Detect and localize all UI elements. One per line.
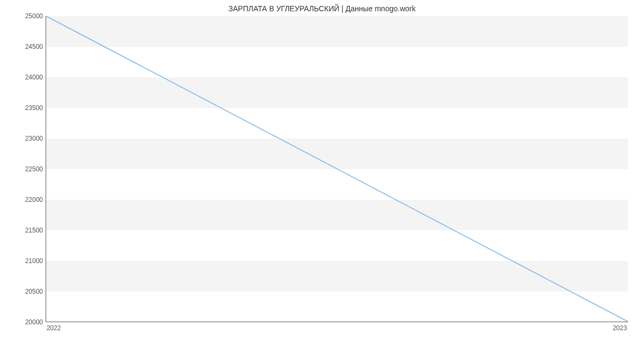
y-tick-label: 20500 xyxy=(0,288,43,295)
series-line xyxy=(46,16,628,322)
y-tick-label: 24000 xyxy=(0,74,43,81)
chart-title: ЗАРПЛАТА В УГЛЕУРАЛЬСКИЙ | Данные mnogo.… xyxy=(0,4,644,13)
x-tick-label: 2022 xyxy=(47,324,61,332)
y-tick-label: 22500 xyxy=(0,165,43,173)
y-tick-label: 25000 xyxy=(0,12,43,20)
y-tick-label: 20000 xyxy=(0,318,43,326)
y-tick-label: 22000 xyxy=(0,196,43,203)
y-tick-label: 21000 xyxy=(0,257,43,265)
chart-container: ЗАРПЛАТА В УГЛЕУРАЛЬСКИЙ | Данные mnogo.… xyxy=(0,0,644,349)
chart-line xyxy=(46,16,628,322)
y-tick-label: 24500 xyxy=(0,43,43,50)
plot-area xyxy=(46,16,628,322)
y-tick-label: 23000 xyxy=(0,135,43,142)
x-tick-label: 2023 xyxy=(613,324,627,332)
y-tick-label: 23500 xyxy=(0,104,43,112)
y-tick-label: 21500 xyxy=(0,227,43,234)
